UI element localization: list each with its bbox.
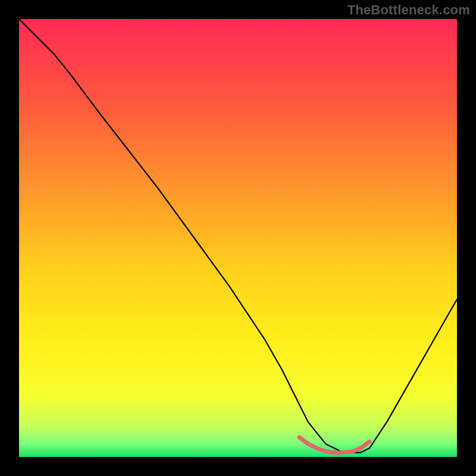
chart-frame: TheBottleneck.com (0, 0, 476, 476)
bottleneck-curve (19, 19, 457, 453)
watermark-text: TheBottleneck.com (347, 2, 470, 18)
sweet-spot-highlight (299, 437, 369, 453)
chart-lines (19, 19, 457, 457)
plot-area (19, 19, 457, 457)
